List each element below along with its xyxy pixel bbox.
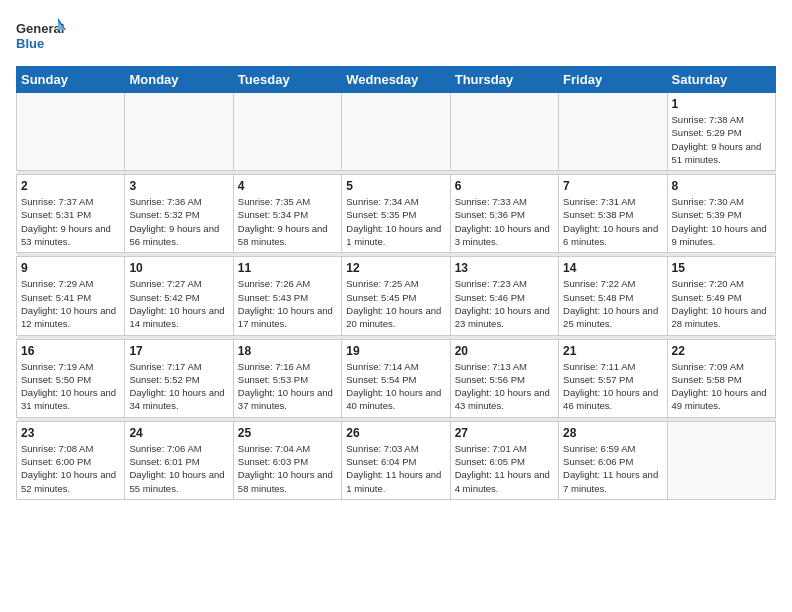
day-info: Sunrise: 6:59 AM Sunset: 6:06 PM Dayligh…	[563, 442, 662, 495]
day-info: Sunrise: 7:17 AM Sunset: 5:52 PM Dayligh…	[129, 360, 228, 413]
calendar-cell: 27Sunrise: 7:01 AM Sunset: 6:05 PM Dayli…	[450, 421, 558, 499]
day-number: 4	[238, 179, 337, 193]
day-info: Sunrise: 7:33 AM Sunset: 5:36 PM Dayligh…	[455, 195, 554, 248]
calendar-cell: 1Sunrise: 7:38 AM Sunset: 5:29 PM Daylig…	[667, 93, 775, 171]
calendar-cell: 7Sunrise: 7:31 AM Sunset: 5:38 PM Daylig…	[559, 175, 667, 253]
calendar-cell: 22Sunrise: 7:09 AM Sunset: 5:58 PM Dayli…	[667, 339, 775, 417]
calendar-cell: 9Sunrise: 7:29 AM Sunset: 5:41 PM Daylig…	[17, 257, 125, 335]
calendar-cell: 20Sunrise: 7:13 AM Sunset: 5:56 PM Dayli…	[450, 339, 558, 417]
day-number: 15	[672, 261, 771, 275]
day-info: Sunrise: 7:16 AM Sunset: 5:53 PM Dayligh…	[238, 360, 337, 413]
day-number: 28	[563, 426, 662, 440]
day-number: 24	[129, 426, 228, 440]
day-number: 22	[672, 344, 771, 358]
day-info: Sunrise: 7:13 AM Sunset: 5:56 PM Dayligh…	[455, 360, 554, 413]
calendar-cell: 8Sunrise: 7:30 AM Sunset: 5:39 PM Daylig…	[667, 175, 775, 253]
calendar-cell	[125, 93, 233, 171]
logo-svg: General Blue	[16, 16, 66, 56]
day-info: Sunrise: 7:31 AM Sunset: 5:38 PM Dayligh…	[563, 195, 662, 248]
day-info: Sunrise: 7:04 AM Sunset: 6:03 PM Dayligh…	[238, 442, 337, 495]
calendar-cell: 19Sunrise: 7:14 AM Sunset: 5:54 PM Dayli…	[342, 339, 450, 417]
calendar-cell: 13Sunrise: 7:23 AM Sunset: 5:46 PM Dayli…	[450, 257, 558, 335]
day-number: 12	[346, 261, 445, 275]
calendar-cell: 4Sunrise: 7:35 AM Sunset: 5:34 PM Daylig…	[233, 175, 341, 253]
day-info: Sunrise: 7:26 AM Sunset: 5:43 PM Dayligh…	[238, 277, 337, 330]
calendar-cell: 3Sunrise: 7:36 AM Sunset: 5:32 PM Daylig…	[125, 175, 233, 253]
calendar-cell	[17, 93, 125, 171]
weekday-header: Wednesday	[342, 67, 450, 93]
day-number: 14	[563, 261, 662, 275]
calendar-week-row: 9Sunrise: 7:29 AM Sunset: 5:41 PM Daylig…	[17, 257, 776, 335]
weekday-header: Monday	[125, 67, 233, 93]
day-number: 16	[21, 344, 120, 358]
calendar-cell: 24Sunrise: 7:06 AM Sunset: 6:01 PM Dayli…	[125, 421, 233, 499]
day-number: 23	[21, 426, 120, 440]
day-info: Sunrise: 7:09 AM Sunset: 5:58 PM Dayligh…	[672, 360, 771, 413]
day-info: Sunrise: 7:19 AM Sunset: 5:50 PM Dayligh…	[21, 360, 120, 413]
day-number: 26	[346, 426, 445, 440]
calendar-cell: 6Sunrise: 7:33 AM Sunset: 5:36 PM Daylig…	[450, 175, 558, 253]
calendar-cell: 11Sunrise: 7:26 AM Sunset: 5:43 PM Dayli…	[233, 257, 341, 335]
calendar-cell: 12Sunrise: 7:25 AM Sunset: 5:45 PM Dayli…	[342, 257, 450, 335]
day-info: Sunrise: 7:25 AM Sunset: 5:45 PM Dayligh…	[346, 277, 445, 330]
calendar-cell: 14Sunrise: 7:22 AM Sunset: 5:48 PM Dayli…	[559, 257, 667, 335]
day-number: 5	[346, 179, 445, 193]
day-number: 27	[455, 426, 554, 440]
weekday-header: Thursday	[450, 67, 558, 93]
day-info: Sunrise: 7:23 AM Sunset: 5:46 PM Dayligh…	[455, 277, 554, 330]
day-info: Sunrise: 7:27 AM Sunset: 5:42 PM Dayligh…	[129, 277, 228, 330]
page-header: General Blue	[16, 16, 776, 56]
calendar-cell	[233, 93, 341, 171]
calendar-cell: 23Sunrise: 7:08 AM Sunset: 6:00 PM Dayli…	[17, 421, 125, 499]
weekday-header: Friday	[559, 67, 667, 93]
day-info: Sunrise: 7:11 AM Sunset: 5:57 PM Dayligh…	[563, 360, 662, 413]
day-number: 8	[672, 179, 771, 193]
day-number: 6	[455, 179, 554, 193]
calendar-cell: 16Sunrise: 7:19 AM Sunset: 5:50 PM Dayli…	[17, 339, 125, 417]
day-number: 21	[563, 344, 662, 358]
day-number: 1	[672, 97, 771, 111]
svg-text:General: General	[16, 21, 64, 36]
calendar-cell	[667, 421, 775, 499]
day-info: Sunrise: 7:03 AM Sunset: 6:04 PM Dayligh…	[346, 442, 445, 495]
day-info: Sunrise: 7:30 AM Sunset: 5:39 PM Dayligh…	[672, 195, 771, 248]
day-info: Sunrise: 7:22 AM Sunset: 5:48 PM Dayligh…	[563, 277, 662, 330]
calendar-week-row: 1Sunrise: 7:38 AM Sunset: 5:29 PM Daylig…	[17, 93, 776, 171]
day-number: 18	[238, 344, 337, 358]
day-number: 20	[455, 344, 554, 358]
day-number: 3	[129, 179, 228, 193]
day-info: Sunrise: 7:37 AM Sunset: 5:31 PM Dayligh…	[21, 195, 120, 248]
logo: General Blue	[16, 16, 66, 56]
day-number: 11	[238, 261, 337, 275]
weekday-header: Saturday	[667, 67, 775, 93]
calendar-cell: 5Sunrise: 7:34 AM Sunset: 5:35 PM Daylig…	[342, 175, 450, 253]
day-number: 25	[238, 426, 337, 440]
calendar-cell	[559, 93, 667, 171]
day-info: Sunrise: 7:36 AM Sunset: 5:32 PM Dayligh…	[129, 195, 228, 248]
weekday-header: Tuesday	[233, 67, 341, 93]
calendar-week-row: 23Sunrise: 7:08 AM Sunset: 6:00 PM Dayli…	[17, 421, 776, 499]
day-info: Sunrise: 7:38 AM Sunset: 5:29 PM Dayligh…	[672, 113, 771, 166]
day-info: Sunrise: 7:06 AM Sunset: 6:01 PM Dayligh…	[129, 442, 228, 495]
day-info: Sunrise: 7:35 AM Sunset: 5:34 PM Dayligh…	[238, 195, 337, 248]
calendar-cell: 15Sunrise: 7:20 AM Sunset: 5:49 PM Dayli…	[667, 257, 775, 335]
calendar-cell: 17Sunrise: 7:17 AM Sunset: 5:52 PM Dayli…	[125, 339, 233, 417]
calendar-cell	[450, 93, 558, 171]
day-info: Sunrise: 7:20 AM Sunset: 5:49 PM Dayligh…	[672, 277, 771, 330]
calendar-table: SundayMondayTuesdayWednesdayThursdayFrid…	[16, 66, 776, 500]
weekday-header: Sunday	[17, 67, 125, 93]
calendar-week-row: 2Sunrise: 7:37 AM Sunset: 5:31 PM Daylig…	[17, 175, 776, 253]
calendar-cell: 10Sunrise: 7:27 AM Sunset: 5:42 PM Dayli…	[125, 257, 233, 335]
day-info: Sunrise: 7:29 AM Sunset: 5:41 PM Dayligh…	[21, 277, 120, 330]
day-info: Sunrise: 7:14 AM Sunset: 5:54 PM Dayligh…	[346, 360, 445, 413]
calendar-cell: 26Sunrise: 7:03 AM Sunset: 6:04 PM Dayli…	[342, 421, 450, 499]
day-number: 19	[346, 344, 445, 358]
day-info: Sunrise: 7:01 AM Sunset: 6:05 PM Dayligh…	[455, 442, 554, 495]
day-number: 17	[129, 344, 228, 358]
day-number: 7	[563, 179, 662, 193]
day-info: Sunrise: 7:08 AM Sunset: 6:00 PM Dayligh…	[21, 442, 120, 495]
day-number: 2	[21, 179, 120, 193]
day-info: Sunrise: 7:34 AM Sunset: 5:35 PM Dayligh…	[346, 195, 445, 248]
calendar-cell: 25Sunrise: 7:04 AM Sunset: 6:03 PM Dayli…	[233, 421, 341, 499]
svg-text:Blue: Blue	[16, 36, 44, 51]
